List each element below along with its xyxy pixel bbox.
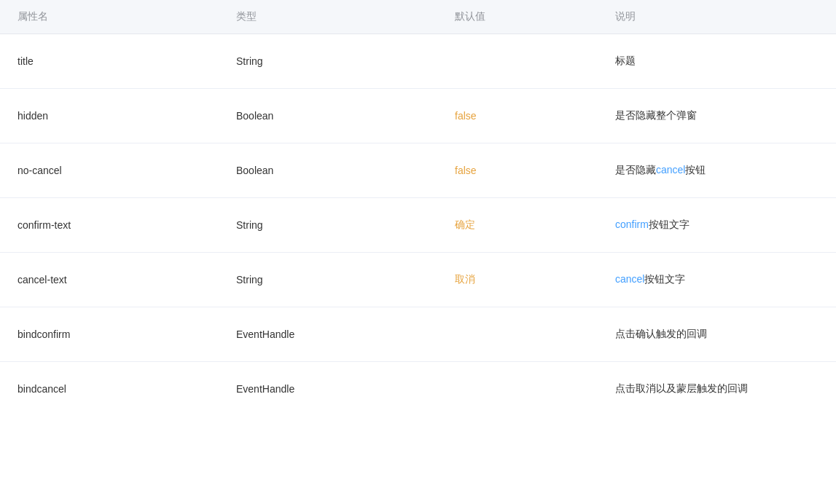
- cell-type: String: [236, 274, 455, 286]
- cell-type: EventHandle: [236, 383, 455, 395]
- cell-desc: cancel按钮文字: [615, 273, 819, 286]
- cell-default: false: [455, 165, 615, 176]
- table-row: no-cancel Boolean false 是否隐藏cancel按钮: [0, 143, 836, 198]
- table-row: cancel-text String 取消 cancel按钮文字: [0, 253, 836, 307]
- cell-type: EventHandle: [236, 328, 455, 340]
- highlight-text: cancel: [656, 164, 685, 176]
- header-type: 类型: [236, 10, 455, 23]
- cell-desc: 是否隐藏cancel按钮: [615, 164, 819, 177]
- header-prop-name: 属性名: [17, 10, 236, 23]
- table-row: bindcancel EventHandle 点击取消以及蒙层触发的回调: [0, 362, 836, 416]
- header-description: 说明: [615, 10, 819, 23]
- cell-prop: cancel-text: [17, 274, 236, 286]
- cell-default: 确定: [455, 218, 615, 232]
- table-header-row: 属性名 类型 默认值 说明: [0, 0, 836, 34]
- cell-desc: 点击取消以及蒙层触发的回调: [615, 382, 819, 395]
- cell-desc: 标题: [615, 55, 819, 68]
- cell-prop: bindcancel: [17, 383, 236, 395]
- table-row: title String 标题: [0, 34, 836, 89]
- cell-prop: hidden: [17, 110, 236, 122]
- cell-prop: bindconfirm: [17, 328, 236, 340]
- cell-desc: confirm按钮文字: [615, 218, 819, 232]
- cell-default: false: [455, 110, 615, 122]
- table-row: hidden Boolean false 是否隐藏整个弹窗: [0, 89, 836, 143]
- cell-prop: title: [17, 55, 236, 67]
- props-table: 属性名 类型 默认值 说明 title String 标题 hidden Boo…: [0, 0, 836, 504]
- header-default: 默认值: [455, 10, 615, 23]
- cell-prop: no-cancel: [17, 165, 236, 176]
- cell-type: Boolean: [236, 165, 455, 176]
- cell-default: 取消: [455, 273, 615, 286]
- cell-type: String: [236, 55, 455, 67]
- cell-desc: 点击确认触发的回调: [615, 328, 819, 341]
- table-row: bindconfirm EventHandle 点击确认触发的回调: [0, 307, 836, 362]
- cell-desc: 是否隐藏整个弹窗: [615, 109, 819, 122]
- table-row: confirm-text String 确定 confirm按钮文字: [0, 198, 836, 253]
- cell-type: String: [236, 219, 455, 231]
- highlight-text: confirm: [615, 218, 649, 230]
- cell-prop: confirm-text: [17, 219, 236, 231]
- highlight-text: cancel: [615, 273, 644, 285]
- cell-type: Boolean: [236, 110, 455, 122]
